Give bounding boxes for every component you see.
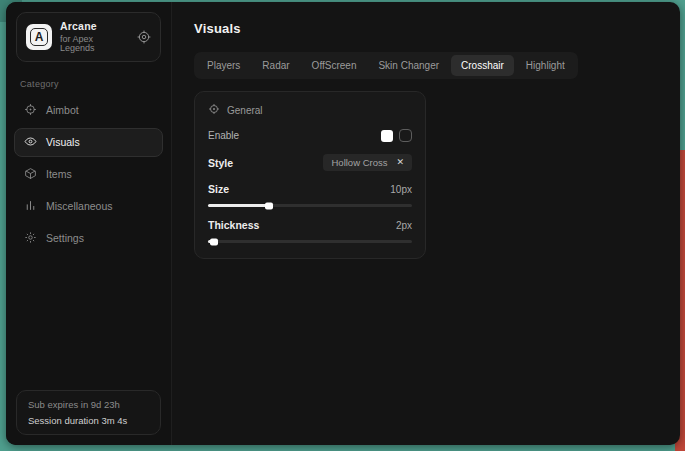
app-window: A Arcane for Apex Legends Category <box>6 2 680 445</box>
style-value: Hollow Cross <box>331 157 387 168</box>
color-swatch[interactable] <box>381 130 393 142</box>
size-value: 10px <box>390 184 412 195</box>
general-panel: General Enable Style Hollow Cross ✕ Size… <box>194 91 426 259</box>
sidebar-item-label: Miscellaneous <box>46 200 113 212</box>
size-slider-fill[interactable] <box>208 204 269 207</box>
crosshair-icon <box>24 103 37 118</box>
sidebar-item-aimbot[interactable]: Aimbot <box>14 96 163 125</box>
visuals-tabbar: Players Radar OffScreen Skin Changer Cro… <box>194 52 578 79</box>
eye-icon <box>24 135 37 150</box>
close-icon[interactable]: ✕ <box>396 158 404 167</box>
app-logo: A <box>26 24 52 50</box>
tab-radar[interactable]: Radar <box>252 55 299 76</box>
enable-row: Enable <box>208 129 412 142</box>
app-logo-letter: A <box>30 28 48 46</box>
tab-crosshair[interactable]: Crosshair <box>451 55 514 76</box>
thickness-label: Thickness <box>208 219 259 231</box>
page-title: Visuals <box>194 21 658 36</box>
sub-expires-text: Sub expires in 9d 23h <box>28 399 149 410</box>
app-name: Arcane <box>60 21 129 32</box>
tab-offscreen[interactable]: OffScreen <box>302 55 367 76</box>
size-label: Size <box>208 183 229 195</box>
size-row: Size 10px <box>208 183 412 195</box>
app-header-card: A Arcane for Apex Legends <box>16 12 161 62</box>
style-row: Style Hollow Cross ✕ <box>208 154 412 171</box>
scope-icon <box>208 103 220 117</box>
main-content: Visuals Players Radar OffScreen Skin Cha… <box>172 2 680 445</box>
sidebar-item-miscellaneous[interactable]: Miscellaneous <box>14 192 163 221</box>
box-icon <box>24 167 37 182</box>
sidebar-item-items[interactable]: Items <box>14 160 163 189</box>
session-duration-text: Session duration 3m 4s <box>28 415 149 426</box>
sidebar-item-label: Items <box>46 168 72 180</box>
app-title-block: Arcane for Apex Legends <box>60 21 129 53</box>
sidebar-nav: Aimbot Visuals Items <box>6 96 171 253</box>
sidebar: A Arcane for Apex Legends Category <box>6 2 172 445</box>
sidebar-item-label: Visuals <box>46 136 80 148</box>
size-slider[interactable] <box>208 204 412 207</box>
enable-checkbox[interactable] <box>399 129 412 142</box>
panel-header: General <box>208 103 412 117</box>
thickness-value: 2px <box>396 220 412 231</box>
gear-icon <box>24 231 37 246</box>
subscription-info-card: Sub expires in 9d 23h Session duration 3… <box>16 390 161 435</box>
tab-skin-changer[interactable]: Skin Changer <box>368 55 449 76</box>
thickness-slider[interactable] <box>208 240 412 243</box>
enable-controls <box>381 129 412 142</box>
thickness-slider-fill[interactable] <box>208 240 214 243</box>
enable-label: Enable <box>208 130 239 141</box>
app-subtitle: for Apex Legends <box>60 35 129 53</box>
style-label: Style <box>208 157 233 169</box>
tab-highlight[interactable]: Highlight <box>516 55 575 76</box>
panel-title: General <box>227 105 263 116</box>
sidebar-item-visuals[interactable]: Visuals <box>14 128 163 157</box>
tab-players[interactable]: Players <box>197 55 250 76</box>
style-select[interactable]: Hollow Cross ✕ <box>323 154 412 171</box>
sidebar-item-label: Aimbot <box>46 104 79 116</box>
sidebar-item-label: Settings <box>46 232 84 244</box>
thickness-row: Thickness 2px <box>208 219 412 231</box>
target-icon[interactable] <box>137 30 151 44</box>
sidebar-item-settings[interactable]: Settings <box>14 224 163 253</box>
bars-icon <box>24 199 37 214</box>
category-label: Category <box>20 79 157 89</box>
